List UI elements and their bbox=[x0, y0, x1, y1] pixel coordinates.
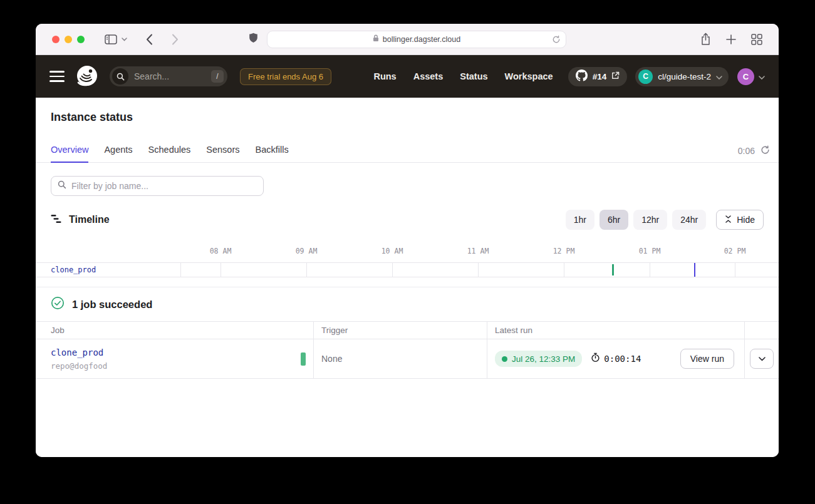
tab-sensors[interactable]: Sensors bbox=[206, 145, 239, 162]
current-time-marker bbox=[694, 263, 695, 277]
tab-bar: Overview Agents Schedules Sensors Backfi… bbox=[36, 145, 779, 163]
tab-backfills[interactable]: Backfills bbox=[256, 145, 289, 162]
browser-chrome: bollinger.dagster.cloud bbox=[36, 24, 779, 55]
grid-line bbox=[180, 263, 181, 277]
grid-line bbox=[650, 263, 650, 277]
job-link[interactable]: clone_prod bbox=[51, 347, 107, 357]
tab-schedules[interactable]: Schedules bbox=[148, 145, 191, 162]
column-header-latest-run: Latest run bbox=[487, 322, 744, 339]
job-filter-field bbox=[51, 176, 264, 196]
search-shortcut-key: / bbox=[211, 70, 224, 83]
forward-icon[interactable] bbox=[172, 34, 179, 45]
user-menu[interactable]: C bbox=[737, 68, 765, 85]
timeline-axis: 08 AM 09 AM 10 AM 11 AM 12 PM 01 PM 02 P… bbox=[36, 247, 779, 256]
search-icon bbox=[58, 180, 66, 192]
hide-timeline-button[interactable]: Hide bbox=[716, 210, 764, 230]
trial-badge[interactable]: Free trial ends Aug 6 bbox=[240, 68, 331, 85]
summary-row: 1 job succeeded bbox=[36, 287, 779, 321]
summary-text: 1 job succeeded bbox=[72, 299, 152, 311]
github-pr-number: #14 bbox=[593, 72, 607, 81]
run-duration: 0:00:14 bbox=[604, 354, 641, 364]
traffic-lights bbox=[52, 36, 85, 43]
tab-agents[interactable]: Agents bbox=[104, 145, 132, 162]
lock-icon bbox=[373, 34, 379, 44]
new-tab-icon[interactable] bbox=[726, 34, 736, 44]
minimize-window-button[interactable] bbox=[65, 36, 72, 43]
workspace-avatar: C bbox=[638, 69, 653, 84]
timeline-title: Timeline bbox=[69, 214, 110, 225]
latest-run-cell: Jul 26, 12:33 PM 0:00:14 View run bbox=[487, 339, 744, 378]
success-dot-icon bbox=[502, 356, 507, 362]
page-content: Instance status Overview Agents Schedule… bbox=[36, 98, 779, 457]
axis-tick: 01 PM bbox=[639, 247, 661, 255]
nav-workspace[interactable]: Workspace bbox=[505, 71, 553, 81]
range-6hr-button[interactable]: 6hr bbox=[600, 210, 628, 230]
grid-line bbox=[564, 263, 564, 277]
run-history-bar[interactable] bbox=[301, 352, 306, 366]
view-run-button[interactable]: View run bbox=[680, 349, 734, 369]
external-link-icon bbox=[611, 71, 620, 82]
sidebar-chevron-down-icon[interactable] bbox=[122, 38, 127, 41]
browser-window: bollinger.dagster.cloud bbox=[36, 24, 779, 457]
github-pr-button[interactable]: #14 bbox=[568, 67, 628, 86]
column-header-actions bbox=[744, 322, 779, 339]
check-circle-icon bbox=[51, 296, 65, 312]
back-icon[interactable] bbox=[146, 34, 153, 45]
axis-tick: 02 PM bbox=[724, 247, 746, 255]
share-icon[interactable] bbox=[700, 33, 711, 46]
chevron-down-icon bbox=[716, 71, 722, 82]
table-row: clone_prod repo@dogfood None Jul 26, 12:… bbox=[36, 339, 779, 379]
chevron-down-icon bbox=[759, 71, 765, 82]
stopwatch-icon bbox=[591, 352, 600, 365]
nav-runs[interactable]: Runs bbox=[373, 71, 396, 81]
tab-overview-icon[interactable] bbox=[751, 34, 762, 45]
axis-tick: 09 AM bbox=[296, 247, 318, 255]
zoom-window-button[interactable] bbox=[77, 36, 85, 43]
hide-label: Hide bbox=[737, 215, 755, 225]
column-header-trigger: Trigger bbox=[313, 322, 487, 339]
grid-line bbox=[392, 263, 393, 277]
axis-tick: 11 AM bbox=[467, 247, 489, 255]
grid-line bbox=[221, 263, 221, 277]
run-marker[interactable] bbox=[612, 264, 614, 275]
menu-icon[interactable] bbox=[49, 71, 65, 82]
job-filter-input[interactable] bbox=[71, 181, 257, 191]
timeline-header: Timeline 1hr 6hr 12hr 24hr Hide bbox=[51, 210, 764, 230]
refresh-countdown: 0:06 bbox=[738, 146, 755, 156]
nav-status[interactable]: Status bbox=[460, 71, 487, 81]
nav-assets[interactable]: Assets bbox=[413, 71, 444, 81]
job-cell: clone_prod repo@dogfood bbox=[36, 339, 313, 378]
axis-tick: 10 AM bbox=[382, 247, 403, 255]
timeline-row-label[interactable]: clone_prod bbox=[51, 265, 96, 274]
table-header: Job Trigger Latest run bbox=[36, 322, 779, 339]
range-12hr-button[interactable]: 12hr bbox=[633, 210, 667, 230]
trigger-cell: None bbox=[313, 339, 487, 378]
workspace-switcher[interactable]: C cl/guide-test-2 bbox=[635, 67, 729, 86]
jobs-table: Job Trigger Latest run clone_prod repo@d… bbox=[36, 321, 779, 379]
search-placeholder: Search... bbox=[134, 71, 211, 81]
time-range-group: 1hr 6hr 12hr 24hr Hide bbox=[566, 210, 764, 230]
run-status-badge[interactable]: Jul 26, 12:33 PM bbox=[495, 351, 582, 367]
row-menu-button[interactable] bbox=[750, 349, 774, 369]
tab-overview[interactable]: Overview bbox=[51, 145, 88, 162]
main-nav: Runs Assets Status Workspace bbox=[373, 71, 553, 81]
dagster-logo-icon[interactable] bbox=[75, 64, 100, 89]
url-bar[interactable]: bollinger.dagster.cloud bbox=[267, 31, 566, 48]
row-actions-cell bbox=[744, 339, 779, 378]
grid-line bbox=[306, 263, 307, 277]
privacy-shield-icon[interactable] bbox=[248, 32, 259, 46]
refresh-icon[interactable] bbox=[760, 145, 770, 157]
grid-line bbox=[478, 263, 479, 277]
column-header-job: Job bbox=[36, 322, 313, 339]
run-time-label: Jul 26, 12:33 PM bbox=[512, 354, 575, 364]
close-window-button[interactable] bbox=[52, 36, 60, 43]
range-24hr-button[interactable]: 24hr bbox=[672, 210, 706, 230]
url-text: bollinger.dagster.cloud bbox=[383, 35, 460, 44]
timeline-chart: 08 AM 09 AM 10 AM 11 AM 12 PM 01 PM 02 P… bbox=[36, 247, 779, 277]
range-1hr-button[interactable]: 1hr bbox=[566, 210, 594, 230]
search-input[interactable]: Search... / bbox=[110, 66, 227, 86]
sidebar-toggle-icon[interactable] bbox=[105, 34, 117, 44]
reload-icon[interactable] bbox=[552, 35, 561, 46]
grid-line bbox=[735, 263, 735, 277]
github-icon bbox=[576, 69, 588, 84]
